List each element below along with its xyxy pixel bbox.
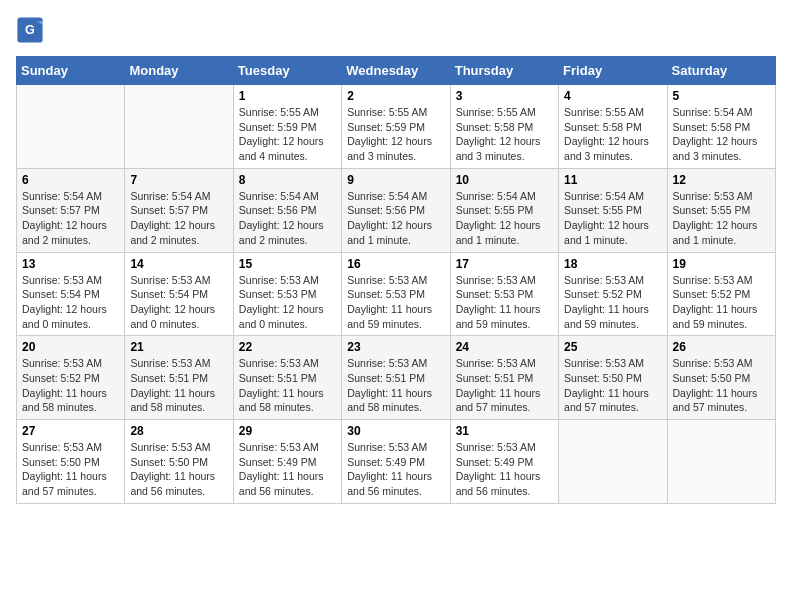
day-info: Sunrise: 5:53 AM Sunset: 5:50 PM Dayligh… [673, 356, 770, 415]
day-info: Sunrise: 5:53 AM Sunset: 5:54 PM Dayligh… [22, 273, 119, 332]
calendar-cell: 17Sunrise: 5:53 AM Sunset: 5:53 PM Dayli… [450, 252, 558, 336]
day-number: 1 [239, 89, 336, 103]
calendar-cell: 26Sunrise: 5:53 AM Sunset: 5:50 PM Dayli… [667, 336, 775, 420]
day-info: Sunrise: 5:53 AM Sunset: 5:50 PM Dayligh… [564, 356, 661, 415]
logo: G [16, 16, 48, 44]
calendar-cell: 10Sunrise: 5:54 AM Sunset: 5:55 PM Dayli… [450, 168, 558, 252]
calendar-cell: 6Sunrise: 5:54 AM Sunset: 5:57 PM Daylig… [17, 168, 125, 252]
logo-icon: G [16, 16, 44, 44]
day-number: 30 [347, 424, 444, 438]
calendar-cell: 9Sunrise: 5:54 AM Sunset: 5:56 PM Daylig… [342, 168, 450, 252]
calendar-cell: 22Sunrise: 5:53 AM Sunset: 5:51 PM Dayli… [233, 336, 341, 420]
day-number: 20 [22, 340, 119, 354]
week-row-4: 20Sunrise: 5:53 AM Sunset: 5:52 PM Dayli… [17, 336, 776, 420]
day-number: 11 [564, 173, 661, 187]
day-number: 15 [239, 257, 336, 271]
day-number: 24 [456, 340, 553, 354]
calendar-cell: 11Sunrise: 5:54 AM Sunset: 5:55 PM Dayli… [559, 168, 667, 252]
calendar-cell: 24Sunrise: 5:53 AM Sunset: 5:51 PM Dayli… [450, 336, 558, 420]
calendar-table: SundayMondayTuesdayWednesdayThursdayFrid… [16, 56, 776, 504]
day-number: 12 [673, 173, 770, 187]
day-number: 19 [673, 257, 770, 271]
day-info: Sunrise: 5:55 AM Sunset: 5:59 PM Dayligh… [347, 105, 444, 164]
day-number: 5 [673, 89, 770, 103]
day-header-sunday: Sunday [17, 57, 125, 85]
calendar-cell: 1Sunrise: 5:55 AM Sunset: 5:59 PM Daylig… [233, 85, 341, 169]
day-info: Sunrise: 5:53 AM Sunset: 5:52 PM Dayligh… [673, 273, 770, 332]
calendar-cell: 7Sunrise: 5:54 AM Sunset: 5:57 PM Daylig… [125, 168, 233, 252]
day-info: Sunrise: 5:54 AM Sunset: 5:57 PM Dayligh… [22, 189, 119, 248]
day-info: Sunrise: 5:53 AM Sunset: 5:50 PM Dayligh… [22, 440, 119, 499]
day-info: Sunrise: 5:53 AM Sunset: 5:51 PM Dayligh… [130, 356, 227, 415]
day-number: 8 [239, 173, 336, 187]
day-info: Sunrise: 5:53 AM Sunset: 5:51 PM Dayligh… [239, 356, 336, 415]
calendar-cell: 31Sunrise: 5:53 AM Sunset: 5:49 PM Dayli… [450, 420, 558, 504]
day-number: 26 [673, 340, 770, 354]
day-info: Sunrise: 5:53 AM Sunset: 5:53 PM Dayligh… [239, 273, 336, 332]
calendar-cell [125, 85, 233, 169]
week-row-1: 1Sunrise: 5:55 AM Sunset: 5:59 PM Daylig… [17, 85, 776, 169]
day-number: 17 [456, 257, 553, 271]
day-number: 29 [239, 424, 336, 438]
week-row-5: 27Sunrise: 5:53 AM Sunset: 5:50 PM Dayli… [17, 420, 776, 504]
calendar-cell: 14Sunrise: 5:53 AM Sunset: 5:54 PM Dayli… [125, 252, 233, 336]
calendar-cell: 20Sunrise: 5:53 AM Sunset: 5:52 PM Dayli… [17, 336, 125, 420]
calendar-cell: 29Sunrise: 5:53 AM Sunset: 5:49 PM Dayli… [233, 420, 341, 504]
calendar-cell: 18Sunrise: 5:53 AM Sunset: 5:52 PM Dayli… [559, 252, 667, 336]
day-info: Sunrise: 5:54 AM Sunset: 5:55 PM Dayligh… [456, 189, 553, 248]
day-info: Sunrise: 5:53 AM Sunset: 5:49 PM Dayligh… [347, 440, 444, 499]
calendar-cell: 27Sunrise: 5:53 AM Sunset: 5:50 PM Dayli… [17, 420, 125, 504]
day-header-tuesday: Tuesday [233, 57, 341, 85]
calendar-cell [559, 420, 667, 504]
calendar-cell: 15Sunrise: 5:53 AM Sunset: 5:53 PM Dayli… [233, 252, 341, 336]
svg-text:G: G [25, 23, 35, 37]
day-info: Sunrise: 5:54 AM Sunset: 5:55 PM Dayligh… [564, 189, 661, 248]
day-number: 16 [347, 257, 444, 271]
day-number: 27 [22, 424, 119, 438]
day-info: Sunrise: 5:55 AM Sunset: 5:58 PM Dayligh… [456, 105, 553, 164]
day-info: Sunrise: 5:53 AM Sunset: 5:51 PM Dayligh… [347, 356, 444, 415]
calendar-cell: 13Sunrise: 5:53 AM Sunset: 5:54 PM Dayli… [17, 252, 125, 336]
calendar-cell: 21Sunrise: 5:53 AM Sunset: 5:51 PM Dayli… [125, 336, 233, 420]
calendar-cell: 2Sunrise: 5:55 AM Sunset: 5:59 PM Daylig… [342, 85, 450, 169]
day-number: 10 [456, 173, 553, 187]
day-number: 6 [22, 173, 119, 187]
day-number: 2 [347, 89, 444, 103]
header: G [16, 16, 776, 44]
day-number: 4 [564, 89, 661, 103]
calendar-cell: 25Sunrise: 5:53 AM Sunset: 5:50 PM Dayli… [559, 336, 667, 420]
calendar-cell: 19Sunrise: 5:53 AM Sunset: 5:52 PM Dayli… [667, 252, 775, 336]
day-number: 21 [130, 340, 227, 354]
day-info: Sunrise: 5:55 AM Sunset: 5:58 PM Dayligh… [564, 105, 661, 164]
day-number: 18 [564, 257, 661, 271]
day-number: 25 [564, 340, 661, 354]
day-info: Sunrise: 5:54 AM Sunset: 5:57 PM Dayligh… [130, 189, 227, 248]
day-number: 31 [456, 424, 553, 438]
day-info: Sunrise: 5:53 AM Sunset: 5:54 PM Dayligh… [130, 273, 227, 332]
day-header-thursday: Thursday [450, 57, 558, 85]
calendar-cell [17, 85, 125, 169]
calendar-cell: 12Sunrise: 5:53 AM Sunset: 5:55 PM Dayli… [667, 168, 775, 252]
day-info: Sunrise: 5:53 AM Sunset: 5:49 PM Dayligh… [456, 440, 553, 499]
day-info: Sunrise: 5:53 AM Sunset: 5:49 PM Dayligh… [239, 440, 336, 499]
day-number: 3 [456, 89, 553, 103]
days-header-row: SundayMondayTuesdayWednesdayThursdayFrid… [17, 57, 776, 85]
day-info: Sunrise: 5:53 AM Sunset: 5:53 PM Dayligh… [456, 273, 553, 332]
week-row-3: 13Sunrise: 5:53 AM Sunset: 5:54 PM Dayli… [17, 252, 776, 336]
day-number: 7 [130, 173, 227, 187]
day-number: 28 [130, 424, 227, 438]
calendar-cell [667, 420, 775, 504]
day-info: Sunrise: 5:54 AM Sunset: 5:56 PM Dayligh… [347, 189, 444, 248]
day-info: Sunrise: 5:53 AM Sunset: 5:53 PM Dayligh… [347, 273, 444, 332]
calendar-cell: 4Sunrise: 5:55 AM Sunset: 5:58 PM Daylig… [559, 85, 667, 169]
day-info: Sunrise: 5:53 AM Sunset: 5:52 PM Dayligh… [22, 356, 119, 415]
day-info: Sunrise: 5:54 AM Sunset: 5:58 PM Dayligh… [673, 105, 770, 164]
day-info: Sunrise: 5:55 AM Sunset: 5:59 PM Dayligh… [239, 105, 336, 164]
week-row-2: 6Sunrise: 5:54 AM Sunset: 5:57 PM Daylig… [17, 168, 776, 252]
calendar-cell: 3Sunrise: 5:55 AM Sunset: 5:58 PM Daylig… [450, 85, 558, 169]
day-header-saturday: Saturday [667, 57, 775, 85]
day-number: 13 [22, 257, 119, 271]
calendar-cell: 8Sunrise: 5:54 AM Sunset: 5:56 PM Daylig… [233, 168, 341, 252]
day-info: Sunrise: 5:53 AM Sunset: 5:52 PM Dayligh… [564, 273, 661, 332]
day-header-monday: Monday [125, 57, 233, 85]
